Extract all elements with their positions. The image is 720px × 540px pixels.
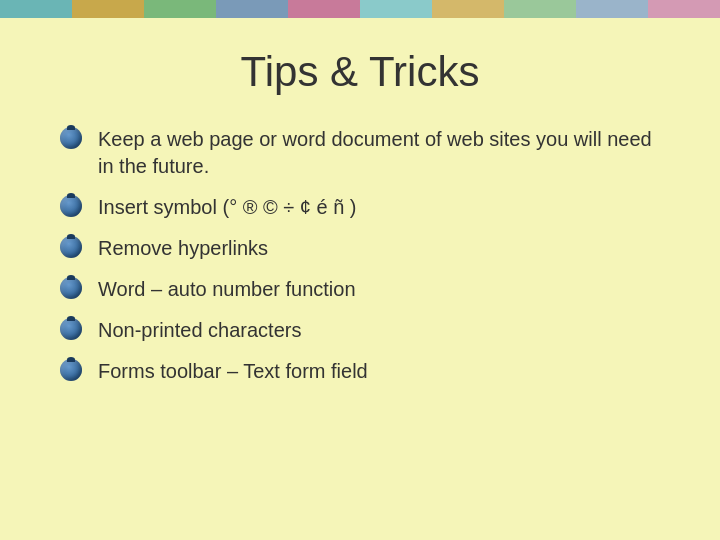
bar-segment-7 bbox=[432, 0, 504, 18]
bar-segment-9 bbox=[576, 0, 648, 18]
list-item: Keep a web page or word document of web … bbox=[60, 126, 660, 180]
list-item-text: Insert symbol (° ® © ÷ ¢ é ñ ) bbox=[98, 194, 357, 221]
bar-segment-1 bbox=[0, 0, 72, 18]
bar-segment-2 bbox=[72, 0, 144, 18]
list-item: Word – auto number function bbox=[60, 276, 660, 303]
bar-segment-8 bbox=[504, 0, 576, 18]
list-item-text: Forms toolbar – Text form field bbox=[98, 358, 368, 385]
list-item-text: Non-printed characters bbox=[98, 317, 301, 344]
bullet-icon bbox=[60, 195, 86, 221]
bullet-icon bbox=[60, 127, 86, 153]
bar-segment-10 bbox=[648, 0, 720, 18]
bullet-icon bbox=[60, 277, 86, 303]
list-item: Non-printed characters bbox=[60, 317, 660, 344]
bar-segment-3 bbox=[144, 0, 216, 18]
list-item: Forms toolbar – Text form field bbox=[60, 358, 660, 385]
page-title: Tips & Tricks bbox=[60, 48, 660, 96]
list-item-text: Remove hyperlinks bbox=[98, 235, 268, 262]
bullet-icon bbox=[60, 359, 86, 385]
list-item: Remove hyperlinks bbox=[60, 235, 660, 262]
bar-segment-5 bbox=[288, 0, 360, 18]
bar-segment-4 bbox=[216, 0, 288, 18]
top-decorative-bar bbox=[0, 0, 720, 18]
list-item-text: Word – auto number function bbox=[98, 276, 356, 303]
list-item: Insert symbol (° ® © ÷ ¢ é ñ ) bbox=[60, 194, 660, 221]
bullet-icon bbox=[60, 318, 86, 344]
list-item-text: Keep a web page or word document of web … bbox=[98, 126, 660, 180]
main-content: Tips & Tricks Keep a web page or word do… bbox=[0, 18, 720, 419]
bullet-list: Keep a web page or word document of web … bbox=[60, 126, 660, 385]
bullet-icon bbox=[60, 236, 86, 262]
bar-segment-6 bbox=[360, 0, 432, 18]
